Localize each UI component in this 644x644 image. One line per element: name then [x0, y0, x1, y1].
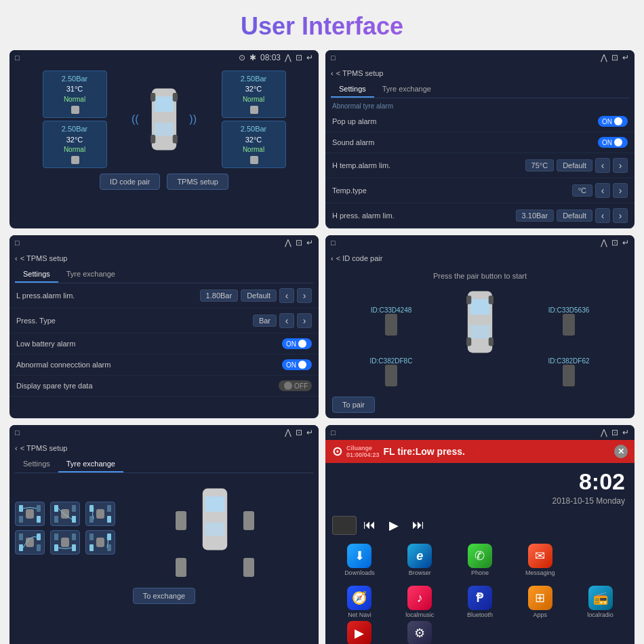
video-icon: ▶	[347, 621, 371, 644]
app-video[interactable]: ▶ video	[331, 621, 388, 644]
exchange-icon-1[interactable]	[50, 502, 80, 526]
press-type-value: Bar	[253, 315, 277, 327]
back-6: ↵	[622, 428, 629, 437]
window-6: ⊡	[611, 428, 618, 437]
svg-rect-19	[54, 505, 58, 512]
app-localmusic[interactable]: ♪ localmusic	[391, 586, 449, 618]
app-phone[interactable]: ✆ Phone	[451, 544, 509, 576]
exchange-icon-5[interactable]	[85, 530, 115, 555]
h-press-label: H press. alarm lim.	[332, 212, 516, 220]
back-arrow-p2: ‹	[331, 69, 334, 77]
tab-settings-p2[interactable]: Settings	[331, 81, 374, 98]
exchange-icon-0[interactable]	[15, 502, 45, 526]
home-icon-4: □	[331, 239, 336, 247]
sound-alarm-control[interactable]: ON	[598, 137, 628, 148]
app-browser[interactable]: e Browser	[391, 544, 449, 576]
h-press-prev[interactable]: ‹	[595, 208, 610, 223]
media-play[interactable]: ▶	[389, 518, 399, 533]
svg-rect-12	[466, 338, 471, 346]
to-pair-button[interactable]: To pair	[332, 397, 375, 413]
svg-rect-39	[89, 534, 94, 540]
abnormal-conn-control[interactable]: ON	[282, 359, 312, 370]
exchange-icon-4[interactable]	[50, 530, 80, 555]
date-display: 2018-10-15 Monday	[325, 496, 635, 511]
press-type-next[interactable]: ›	[297, 313, 312, 328]
breadcrumb-p2[interactable]: ‹ < TPMS setup	[325, 65, 635, 81]
svg-rect-32	[37, 534, 41, 540]
temp-type-prev[interactable]: ‹	[595, 183, 610, 198]
l-press-prev[interactable]: ‹	[279, 288, 294, 303]
app-bluetooth[interactable]: Ᵽ Bluetooth	[451, 586, 509, 618]
popup-alarm-control[interactable]: ON	[598, 116, 628, 127]
tpms-setup-button-1[interactable]: TPMS setup	[167, 174, 228, 190]
exch-tire-rr	[243, 558, 254, 577]
tab-settings-p5[interactable]: Settings	[15, 456, 58, 472]
press-type-label: Press. Type	[16, 317, 253, 325]
spare-tyre-toggle[interactable]: OFF	[279, 380, 312, 391]
tire-fr-status: Normal	[228, 95, 280, 104]
window-3: ⊡	[296, 238, 302, 247]
tire-img-rr	[563, 365, 575, 386]
media-next[interactable]: ⏭	[412, 518, 424, 533]
svg-rect-26	[96, 509, 104, 519]
sound-alarm-toggle[interactable]: ON	[598, 137, 628, 148]
svg-rect-13	[489, 338, 494, 346]
exchange-icon-3[interactable]	[15, 530, 45, 555]
app-carsettings[interactable]: ⚙ Car Settings	[391, 621, 449, 644]
pair-id-fr: ID:C33D5636	[548, 306, 590, 314]
app-localradio[interactable]: 📻 localradio	[571, 586, 629, 618]
app-downloads[interactable]: ⬇ Downloads	[331, 544, 388, 576]
exchange-icon-2[interactable]	[85, 502, 115, 526]
fuel-icon-rr	[250, 156, 258, 164]
low-battery-toggle[interactable]: ON	[282, 338, 312, 349]
abnormal-conn-toggle[interactable]: ON	[282, 359, 312, 370]
temp-type-next[interactable]: ›	[613, 183, 628, 198]
signal-5: ⋀	[285, 428, 291, 437]
breadcrumb-p4[interactable]: ‹ < ID code pair	[325, 250, 635, 266]
statusbar-5: □ ⋀ ⊡ ↵	[9, 425, 319, 440]
alert-close-button[interactable]: ✕	[614, 445, 628, 458]
exchange-content	[9, 473, 319, 582]
id-code-pair-button[interactable]: ID code pair	[100, 174, 160, 190]
battery-icon: ⊙	[239, 53, 245, 62]
svg-rect-40	[89, 544, 94, 551]
h-temp-label: H temp.alarm lim.	[332, 161, 525, 169]
app-netnavi[interactable]: 🧭 Net Navi	[331, 586, 388, 618]
to-exchange-button[interactable]: To exchange	[133, 588, 195, 604]
media-prev[interactable]: ⏮	[363, 518, 376, 533]
svg-rect-5	[150, 135, 155, 144]
tire-fl: 2.50Bar 31°C Normal	[43, 71, 107, 118]
spare-tyre-control[interactable]: OFF	[279, 380, 312, 391]
h-temp-prev[interactable]: ‹	[595, 158, 610, 173]
messaging-icon: ✉	[528, 544, 552, 568]
h-temp-next[interactable]: ›	[613, 158, 628, 173]
h-press-default: Default	[557, 209, 592, 222]
bluetooth-icon: ✱	[249, 53, 256, 62]
tab-settings-p3[interactable]: Settings	[15, 266, 58, 283]
breadcrumb-p5[interactable]: ‹ < TPMS setup	[9, 440, 319, 456]
app-messaging[interactable]: ✉ Messaging	[511, 544, 569, 576]
window-icon: ⊡	[296, 53, 302, 62]
svg-rect-30	[19, 544, 23, 551]
app-apps[interactable]: ⊞ Apps	[511, 586, 569, 618]
netnavi-label: Net Navi	[348, 611, 371, 618]
tire-rl-bar: 2.50Bar	[49, 124, 101, 134]
car-svg-top	[144, 85, 184, 153]
h-press-next[interactable]: ›	[613, 208, 628, 223]
svg-rect-34	[54, 534, 58, 540]
pair-grid: ID:C33D4248 ID:C33D5636	[325, 285, 635, 391]
tab-tyre-exchange-p5[interactable]: Tyre exchange	[58, 456, 123, 472]
press-type-prev[interactable]: ‹	[279, 313, 294, 328]
l-press-next[interactable]: ›	[297, 288, 312, 303]
svg-rect-14	[19, 505, 23, 512]
tab-bar-p5: Settings Tyre exchange	[15, 456, 313, 473]
tab-tyre-exchange-p3[interactable]: Tyre exchange	[58, 266, 123, 283]
apps-label: Apps	[534, 611, 548, 618]
back-3: ↵	[306, 238, 313, 247]
svg-rect-9	[470, 325, 489, 339]
low-battery-control[interactable]: ON	[282, 338, 312, 349]
popup-alarm-toggle[interactable]: ON	[598, 116, 628, 127]
tab-tyre-exchange-p2[interactable]: Tyre exchange	[374, 81, 439, 98]
breadcrumb-p3[interactable]: ‹ < TPMS setup	[9, 250, 319, 266]
tab-bar-p2: Settings Tyre exchange	[331, 81, 629, 98]
